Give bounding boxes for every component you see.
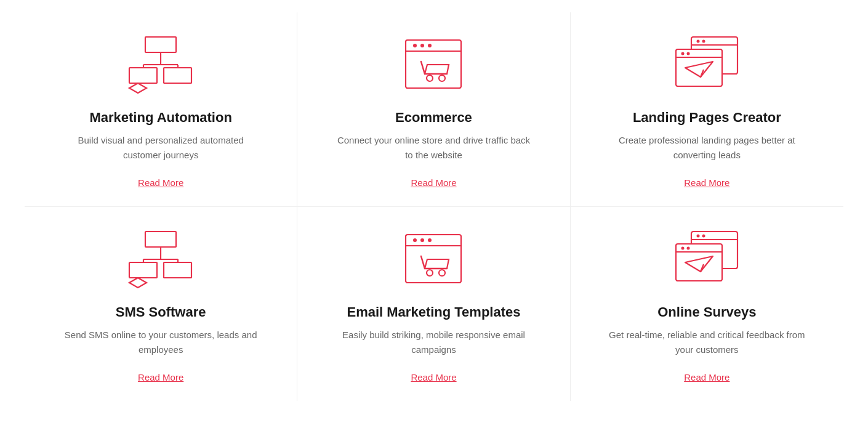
automation-icon: [124, 31, 198, 99]
svg-marker-32: [129, 278, 147, 288]
card-desc-sms-software: Send SMS online to your customers, leads…: [62, 328, 260, 360]
svg-point-42: [697, 235, 700, 238]
card-ecommerce: Ecommerce Connect your online store and …: [297, 12, 570, 207]
card-title-marketing-automation: Marketing Automation: [89, 110, 231, 126]
svg-rect-2: [164, 68, 191, 83]
svg-rect-25: [145, 232, 176, 247]
svg-point-17: [697, 40, 700, 43]
svg-point-43: [702, 235, 705, 238]
svg-point-38: [427, 270, 433, 276]
automation-icon: [124, 225, 198, 293]
card-desc-landing-pages: Create professional landing pages better…: [608, 133, 806, 165]
landing-icon: [670, 31, 744, 99]
read-more-ecommerce[interactable]: Read More: [411, 177, 456, 188]
card-sms-software: SMS Software Send SMS online to your cus…: [25, 207, 297, 401]
card-title-email-templates: Email Marketing Templates: [347, 304, 520, 320]
card-marketing-automation: Marketing Automation Build visual and pe…: [25, 12, 297, 207]
svg-point-13: [427, 75, 433, 81]
card-title-online-surveys: Online Surveys: [657, 304, 756, 320]
svg-marker-7: [129, 83, 147, 93]
card-desc-email-templates: Easily build striking, mobile responsive…: [334, 328, 532, 360]
landing-icon: [670, 225, 744, 293]
svg-point-47: [687, 247, 690, 250]
svg-point-10: [413, 44, 417, 47]
svg-point-14: [439, 75, 445, 81]
read-more-sms-software[interactable]: Read More: [138, 372, 183, 382]
read-more-email-templates[interactable]: Read More: [411, 372, 456, 382]
svg-point-37: [428, 238, 432, 242]
svg-point-21: [681, 52, 685, 55]
card-email-templates: Email Marketing Templates Easily build s…: [297, 207, 570, 401]
svg-point-12: [428, 44, 432, 47]
svg-rect-27: [164, 262, 191, 278]
svg-point-39: [439, 270, 445, 276]
svg-point-18: [702, 40, 705, 43]
ecommerce-icon: [396, 31, 470, 99]
svg-point-22: [687, 52, 690, 55]
svg-point-35: [413, 238, 417, 242]
card-online-surveys: Online Surveys Get real-time, reliable a…: [571, 207, 843, 401]
svg-point-11: [420, 44, 424, 47]
svg-rect-0: [145, 37, 176, 52]
svg-point-46: [681, 247, 685, 250]
read-more-marketing-automation[interactable]: Read More: [138, 177, 183, 188]
card-title-landing-pages: Landing Pages Creator: [633, 110, 781, 126]
card-title-sms-software: SMS Software: [116, 304, 206, 320]
svg-point-36: [420, 238, 424, 242]
card-desc-online-surveys: Get real-time, reliable and critical fee…: [608, 328, 806, 360]
svg-rect-1: [129, 68, 157, 83]
card-title-ecommerce: Ecommerce: [395, 110, 472, 126]
card-desc-marketing-automation: Build visual and personalized automated …: [62, 133, 260, 165]
ecommerce-icon: [396, 225, 470, 293]
card-desc-ecommerce: Connect your online store and drive traf…: [334, 133, 532, 165]
read-more-landing-pages[interactable]: Read More: [684, 177, 729, 188]
svg-rect-26: [129, 262, 157, 278]
read-more-online-surveys[interactable]: Read More: [684, 372, 729, 382]
card-landing-pages: Landing Pages Creator Create professiona…: [571, 12, 843, 207]
features-grid: Marketing Automation Build visual and pe…: [0, 0, 868, 413]
